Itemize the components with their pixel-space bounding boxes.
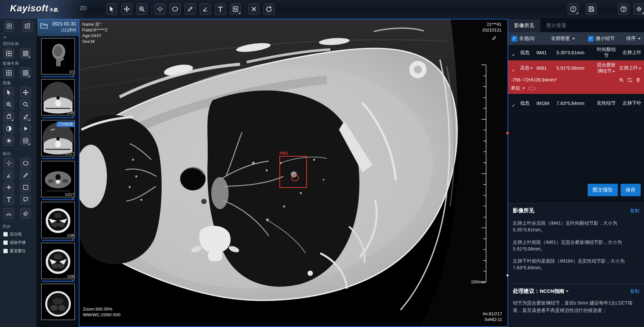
report-button[interactable]: 图文报告 [588,184,618,196]
slice-position-marker[interactable] [506,132,509,134]
nodule-roi-box[interactable]: IM81 [279,156,307,188]
nodule-row-im184[interactable]: 低危 IM184 7.63*5.84mm 实性结节 左肺下叶 [508,96,644,111]
pan-tool-button[interactable] [121,3,132,15]
checkbox-unchecked[interactable] [3,232,8,236]
window-levels-button[interactable] [230,3,241,15]
settings-button[interactable] [633,3,644,15]
anno-cobb-button[interactable] [3,208,14,219]
thumbnail-series-4[interactable]: 1/217 ✓ [41,161,75,200]
help-button[interactable] [618,3,629,15]
check-icon: ✓ [72,155,75,160]
zoom-tool-button[interactable] [136,3,148,15]
image-grid-3x3-button[interactable] [20,67,31,78]
checkbox-unchecked[interactable] [3,249,8,253]
magnifier-plus-icon[interactable] [619,77,624,83]
thumbnail-series-6[interactable]: 1/28 ✓ [41,243,75,282]
angle-icon [6,172,12,178]
anno-text-button[interactable] [3,194,14,205]
thumbnail-image[interactable] [41,243,75,279]
nodule-row-im81-selected[interactable]: 高危 IM81 5.91*5.06mm 混合磨玻璃结节 左肺上叶 -756--7… [508,60,644,94]
ellipse-tool-button[interactable] [169,3,181,15]
copy-findings-link[interactable]: 复制 [630,208,639,214]
guideline-dropdown[interactable]: NCCN指南 [540,288,569,294]
alert-button[interactable] [568,3,579,15]
micro-nodule-control[interactable]: 微小结节 [588,36,623,42]
scroll-position-marker[interactable] [506,274,508,276]
trash-icon[interactable] [636,77,641,83]
rail-pan-button[interactable] [20,87,31,98]
thumbnail-series-2[interactable]: 1/55 ✓ [41,79,75,118]
thumbnail-scout[interactable]: 1/1 ✓ [41,38,75,77]
tab-imaging-findings[interactable]: 影像所见 [508,19,540,32]
thumbnail-image[interactable] [41,79,75,115]
thumbnail-image[interactable] [41,161,75,197]
series-grid-3x3-button[interactable] [20,48,31,59]
measure-tool-button[interactable] [184,3,196,15]
collapse-rail-button[interactable]: « [0,34,37,40]
report-panel-icon [24,23,31,29]
text-tool-button[interactable] [215,3,226,15]
cursor-tool-button[interactable] [106,3,117,15]
relocate-icon[interactable] [627,77,632,83]
series-list-panel-button[interactable] [4,21,14,32]
rail-brightness-button[interactable] [3,135,14,146]
section-annotation: 标注 [0,150,37,157]
anno-crosshair-button[interactable] [3,158,14,168]
link-icon[interactable] [491,36,497,41]
thumbnail-series-7[interactable] [41,284,75,320]
save-button[interactable]: 保存 [621,184,641,196]
study-header[interactable]: 2021-01-31 (11)序列 [37,19,79,36]
rail-zoom-in-button[interactable] [3,99,14,110]
angle-tool-button[interactable] [200,3,211,15]
rail-magnify-button[interactable] [20,99,31,110]
sync-option-zoom-pan[interactable]: 缩放平移 [0,238,37,247]
thumbnail-image[interactable] [41,284,75,320]
thumbnail-image[interactable] [41,202,75,238]
checkbox-checked[interactable] [588,36,594,42]
crosshair-tool-button[interactable] [154,3,166,15]
ellipse-icon [172,6,178,12]
check-icon: ✓ [72,114,75,119]
thumbnail-series-5[interactable]: 1/28 ✓ [41,202,75,241]
text-tool-icon [217,6,224,12]
anno-point-button[interactable] [3,182,14,193]
rail-cursor-button[interactable] [3,87,14,98]
checkbox-unchecked[interactable] [3,240,8,245]
rail-rotate-button[interactable] [3,111,14,122]
density-filter-dropdown[interactable]: 全部密度 [551,36,588,42]
image-grid-2x2-button[interactable] [3,67,14,78]
sync-option-window[interactable]: 窗宽窗位 [0,247,37,255]
copy-suggestion-link[interactable]: 复制 [630,288,639,294]
rail-invert-button[interactable] [3,123,14,134]
findings-panel: 影像所见 图片查看 全选(3) 全部密度 微小结节 排序 低危 IM41 5.3… [508,19,644,327]
anno-rect-button[interactable] [20,182,31,193]
delete-annotation-button[interactable] [248,3,260,15]
anno-ruler-button[interactable] [20,170,31,180]
sync-option-localizer[interactable]: 定位线 [0,230,37,238]
nodule-type-dropdown[interactable]: 混合磨玻璃结节 [596,62,616,74]
anno-angle-button[interactable] [3,170,14,180]
thumbnail-image[interactable] [41,38,75,74]
rail-levels-button[interactable] [20,135,31,146]
series-grid-2x2-button[interactable] [3,48,14,59]
anno-ellipse-button[interactable] [20,158,31,168]
nodule-row-im41[interactable]: 低危 IM41 5.35*3.61mm 叶间裂结节 左肺上叶 [508,45,644,60]
thumbnail-series-3[interactable]: 已经检测 1/217 ✓ [41,120,75,159]
anno-bubble-button[interactable] [20,194,31,205]
reset-button[interactable] [263,3,275,15]
sort-dropdown[interactable]: 排序 [626,36,641,42]
anno-eraser-button[interactable] [20,208,31,219]
select-all-control[interactable]: 全选(3) [512,36,551,42]
tab-image-view[interactable]: 图片查看 [540,19,573,32]
ct-viewport[interactable]: Name:吴* Patid:R*****2 Age:043Y Sex:M 21*… [79,19,508,327]
rail-cine-play-button[interactable] [20,123,31,134]
guideline-label: NCCN指南 [540,288,564,294]
bubble-icon [22,196,29,203]
report-panel-button[interactable] [22,21,33,32]
feature-dropdown[interactable]: 表征 [508,85,644,94]
rail-flip-button[interactable] [20,111,31,122]
save-layout-button[interactable] [586,3,597,15]
risk-level-dropdown[interactable]: 高危 [520,65,536,71]
nodule-location-dropdown[interactable]: 左肺上叶 [616,65,641,71]
checkbox-checked[interactable] [512,36,517,42]
